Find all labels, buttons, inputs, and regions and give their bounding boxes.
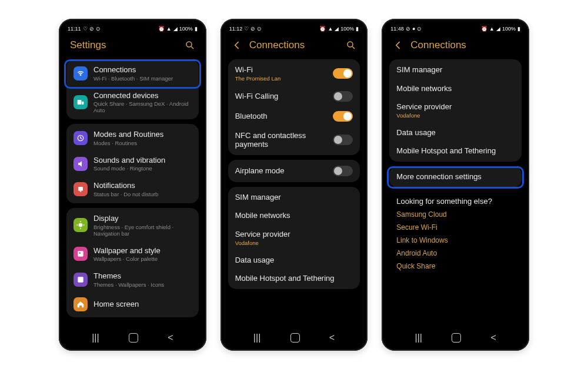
list-item[interactable]: More connection settings [389,167,522,186]
item-label: SIM manager [396,65,514,75]
theme-icon [74,273,88,287]
mute-icon: ⊘ [89,26,94,32]
item-label: Display [93,214,192,223]
looking-title: Looking for something else? [388,192,523,208]
settings-list[interactable]: ConnectionsWi-Fi · Bluetooth · SIM manag… [62,57,203,328]
svg-line-16 [353,46,355,49]
back-icon[interactable] [232,39,243,51]
toggle[interactable] [333,135,353,145]
item-label: Data usage [235,256,353,265]
connections-list[interactable]: SIM managerMobile networksService provid… [385,57,526,328]
page-title: Connections [249,39,340,51]
related-link[interactable]: Samsung Cloud [388,208,523,221]
list-item[interactable]: SIM manager [228,188,360,207]
statusbar: 11:48⊘●⊙ ⏰▲◢100%▮ [385,22,526,35]
list-item[interactable]: SIM manager [389,61,522,79]
svg-point-15 [348,42,353,47]
header: Connections [385,35,526,57]
related-link[interactable]: Link to Windows [388,234,523,247]
statusbar: 11:11 ♡ ⊘ ⊙ ⏰ ▲ ◢ 100% ▮ [62,22,203,35]
item-label: Wi-Fi Calling [235,92,328,101]
item-label: Airplane mode [235,166,328,176]
toggle[interactable] [333,111,353,122]
nav-recent[interactable]: ||| [415,333,422,343]
list-item[interactable]: Data usage [389,123,522,142]
status-time: 11:11 [68,26,81,32]
related-link[interactable]: Quick Share [388,260,523,273]
list-item[interactable]: Mobile networks [228,206,360,225]
phone-connections-bottom: 11:48⊘●⊙ ⏰▲◢100%▮ Connections SIM manage… [382,19,529,351]
item-sub: Quick Share · Samsung DeX · Android Auto [93,100,192,113]
phone-settings: 11:11 ♡ ⊘ ⊙ ⏰ ▲ ◢ 100% ▮ Settings Connec… [59,19,206,351]
alarm-icon: ⏰ [158,26,165,32]
display-icon [74,218,88,232]
svg-rect-3 [82,102,83,105]
svg-point-7 [79,223,83,227]
nav-back[interactable]: < [329,333,335,343]
nav-home[interactable] [290,333,300,343]
list-item[interactable]: Bluetooth [228,106,360,126]
item-label: Notifications [93,181,192,190]
battery-pct: 100% [179,26,193,32]
routine-icon [74,131,88,145]
search-icon[interactable] [346,40,356,51]
list-item[interactable]: Connected devicesQuick Share · Samsung D… [66,86,199,119]
svg-rect-14 [78,277,83,282]
nav-home[interactable] [452,333,461,343]
screen: 11:11 ♡ ⊘ ⊙ ⏰ ▲ ◢ 100% ▮ Settings Connec… [62,22,203,348]
toggle[interactable] [333,91,353,102]
screen: 11:48⊘●⊙ ⏰▲◢100%▮ Connections SIM manage… [385,22,526,348]
navbar: ||| < [62,328,203,348]
list-item[interactable]: Home screen [66,293,199,316]
nav-recent[interactable]: ||| [92,333,99,343]
status-time: 11:12 [229,26,243,32]
battery-pct: 100% [340,26,354,32]
list-item[interactable]: Mobile Hotspot and Tethering [389,142,522,160]
item-label: Home screen [93,300,192,309]
toggle[interactable] [333,68,353,79]
list-item[interactable]: Wallpaper and styleWallpapers · Color pa… [66,241,199,267]
navbar: ||| < [223,328,365,348]
item-label: Data usage [396,128,514,137]
related-link[interactable]: Secure Wi-Fi [388,221,523,234]
nav-back[interactable]: < [168,333,173,343]
item-sub: Vodafone [396,112,514,119]
wifi-icon [74,66,88,80]
list-item[interactable]: ThemesThemes · Wallpapers · Icons [66,267,199,293]
list-item[interactable]: Service providerVodafone [228,225,360,251]
item-sub: The Promised Lan [235,75,328,82]
list-item[interactable]: Wi-Fi Calling [228,86,360,106]
list-item[interactable]: Mobile Hotspot and Tethering [228,269,360,288]
connections-list[interactable]: Wi-FiThe Promised LanWi-Fi CallingBlueto… [223,57,365,328]
list-item[interactable]: Sounds and vibrationSound mode · Rington… [66,151,199,177]
nav-home[interactable] [129,333,138,343]
item-label: Wi-Fi [235,65,328,75]
item-label: Connected devices [93,91,192,100]
list-item[interactable]: NotificationsStatus bar · Do not disturb [66,176,199,202]
back-icon[interactable] [393,39,405,51]
nav-recent[interactable]: ||| [253,333,260,343]
item-sub: Wallpapers · Color palette [93,256,192,262]
nav-back[interactable]: < [491,333,496,343]
list-item[interactable]: DisplayBrightness · Eye comfort shield ·… [66,209,199,241]
toggle[interactable] [333,166,353,176]
svg-rect-6 [80,192,82,192]
list-item[interactable]: Airplane mode [228,161,360,181]
notif-icon [74,182,88,196]
list-item[interactable]: Data usage [228,251,360,270]
list-item[interactable]: Mobile networks [389,79,522,98]
list-item[interactable]: Modes and RoutinesModes · Routines [66,125,199,151]
list-item[interactable]: ConnectionsWi-Fi · Bluetooth · SIM manag… [66,61,199,86]
item-label: Service provider [396,102,514,112]
item-label: Service provider [235,230,353,239]
related-link[interactable]: Android Auto [388,247,523,260]
list-item[interactable]: Service providerVodafone [389,98,522,123]
list-item[interactable]: NFC and contactless payments [228,126,360,154]
item-sub: Wi-Fi · Bluetooth · SIM manager [93,75,192,82]
svg-point-13 [79,253,81,254]
search-icon[interactable] [185,40,195,51]
list-item[interactable]: Wi-FiThe Promised Lan [228,61,360,86]
item-label: Themes [93,271,192,281]
navbar: ||| < [385,328,526,348]
status-time: 11:48 [390,26,404,32]
